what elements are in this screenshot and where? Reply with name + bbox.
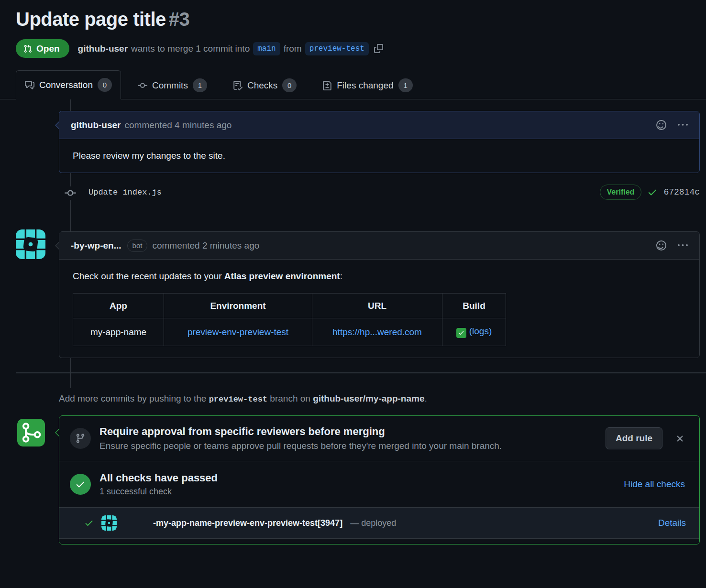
commit-message[interactable]: Update index.js: [88, 188, 162, 197]
bot-comment-actions: [656, 240, 691, 250]
check-details-link[interactable]: Details: [658, 518, 689, 528]
pr-status-row: Open github-user wants to merge 1 commit…: [16, 39, 690, 58]
bot-author[interactable]: -by-wp-en...: [71, 240, 121, 251]
commit-meta: Verified 672814c: [600, 185, 700, 199]
user-comment-header: github-user commented 4 minutes ago: [59, 111, 699, 139]
table-header-row: App Environment URL Build: [73, 294, 506, 318]
tab-conversation[interactable]: Conversation 0: [16, 70, 121, 99]
bot-comment-header: -by-wp-en... bot commented 2 minutes ago: [59, 232, 699, 260]
git-commit-icon: [138, 81, 147, 90]
merge-box-caret: [55, 428, 59, 437]
col-header-url: URL: [312, 294, 442, 318]
url-link[interactable]: https://hp...wered.com: [332, 327, 422, 337]
bot-intro-bold: Atlas preview environment: [224, 271, 340, 281]
tab-checks-count: 0: [282, 78, 297, 92]
merge-box-bottom: [59, 538, 699, 544]
pr-number: #3: [169, 9, 190, 30]
merge-box-wrap: Require approval from specific reviewers…: [0, 415, 706, 544]
check-status: — deployed: [350, 518, 396, 528]
rule-description: Ensure specific people or teams approve …: [99, 441, 596, 451]
checks-text: All checks have passed 1 successful chec…: [99, 472, 614, 497]
check-success-icon: [84, 518, 94, 528]
tab-commits-count: 1: [193, 78, 207, 92]
pr-title-text: Update page title: [16, 9, 166, 30]
comment-author[interactable]: github-user: [71, 120, 121, 131]
push-note-branch: preview-test: [209, 395, 267, 404]
git-branch-icon: [70, 428, 91, 449]
pr-timeline: github-user commented 4 minutes ago Plea…: [0, 99, 706, 373]
tab-checks-label: Checks: [247, 80, 277, 91]
rule-title: Require approval from specific reviewers…: [99, 425, 596, 438]
table-row: my-app-name preview-env-preview-test htt…: [73, 318, 506, 346]
emoji-reaction-button[interactable]: [656, 120, 666, 130]
push-note-repo: github-user/my-app-name: [313, 393, 424, 403]
close-icon: [675, 434, 685, 444]
tab-checks[interactable]: Checks 0: [224, 71, 306, 99]
pull-request-icon: [23, 44, 32, 53]
col-header-build: Build: [442, 294, 506, 318]
build-success-emoji: [456, 328, 466, 338]
add-rule-button[interactable]: Add rule: [606, 427, 662, 449]
checks-passed-icon: [70, 474, 91, 495]
bot-comment-body: Check out the recent updates to your Atl…: [59, 260, 699, 358]
col-header-app: App: [73, 294, 164, 318]
push-note: Add more commits by pushing to the previ…: [59, 393, 700, 404]
commit-sha[interactable]: 672814c: [663, 187, 700, 197]
pr-action-text: wants to merge 1 commit into: [131, 44, 250, 54]
cell-app-name: my-app-name: [73, 318, 164, 346]
check-app-avatar: [101, 515, 117, 531]
check-row: -my-app-name-preview-env-preview-test[39…: [59, 507, 699, 538]
rule-actions: Add rule: [606, 427, 689, 449]
bot-badge: bot: [127, 240, 148, 252]
from-word: from: [284, 44, 302, 54]
github-actions-avatar: [17, 419, 45, 446]
tab-files-changed[interactable]: Files changed 1: [313, 71, 421, 99]
merge-box: Require approval from specific reviewers…: [59, 415, 700, 544]
bot-avatar[interactable]: [16, 229, 45, 259]
checks-summary-section: All checks have passed 1 successful chec…: [59, 461, 699, 507]
smiley-icon: [656, 120, 666, 130]
col-header-environment: Environment: [164, 294, 312, 318]
comment-caret: [55, 241, 59, 250]
user-comment: github-user commented 4 minutes ago Plea…: [59, 111, 700, 173]
pr-header: Update page title#3 Open github-user wan…: [0, 0, 706, 58]
dismiss-rule-button[interactable]: [675, 434, 685, 444]
copy-icon: [374, 44, 383, 53]
hide-all-checks-link[interactable]: Hide all checks: [624, 479, 689, 490]
checks-subtitle: 1 successful check: [99, 487, 614, 497]
base-branch-label[interactable]: main: [253, 42, 280, 55]
comment-meta: commented 4 minutes ago: [125, 120, 232, 131]
copy-branch-button[interactable]: [374, 44, 383, 53]
checks-title: All checks have passed: [99, 472, 614, 484]
file-diff-icon: [322, 81, 332, 90]
comment-menu-button[interactable]: [678, 240, 688, 250]
head-branch-label[interactable]: preview-test: [305, 42, 369, 55]
user-comment-body: Please review my changes to the site.: [59, 139, 699, 173]
verified-badge[interactable]: Verified: [600, 185, 642, 199]
comment-discussion-icon: [25, 80, 34, 90]
comment-menu-button[interactable]: [678, 120, 688, 130]
page-title: Update page title#3: [16, 7, 690, 32]
checklist-icon: [233, 81, 243, 90]
smiley-icon: [656, 240, 666, 250]
build-logs-link[interactable]: (logs): [469, 326, 492, 336]
emoji-reaction-button[interactable]: [656, 240, 666, 250]
tab-commits[interactable]: Commits 1: [129, 71, 216, 99]
pr-state-label: Open: [36, 44, 60, 53]
tab-files-label: Files changed: [337, 80, 393, 91]
check-name: -my-app-name-preview-env-preview-test[39…: [153, 518, 342, 528]
tab-conversation-count: 0: [98, 78, 112, 92]
branch-rule-section: Require approval from specific reviewers…: [59, 416, 699, 461]
environment-link[interactable]: preview-env-preview-test: [188, 327, 288, 337]
tab-files-count: 1: [398, 78, 413, 92]
git-commit-icon: [65, 186, 76, 200]
bot-comment: -by-wp-en... bot commented 2 minutes ago…: [59, 231, 700, 358]
comment-actions: [656, 120, 691, 130]
environment-table: App Environment URL Build my-app-name pr…: [73, 293, 506, 346]
bot-comment-meta: commented 2 minutes ago: [152, 240, 259, 251]
tab-conversation-label: Conversation: [39, 80, 93, 90]
commit-event-row: Update index.js Verified 672814c: [59, 179, 700, 206]
pr-author[interactable]: github-user: [78, 44, 128, 54]
pr-tab-bar: Conversation 0 Commits 1 Checks 0 Files …: [0, 70, 706, 99]
rule-text: Require approval from specific reviewers…: [99, 425, 596, 451]
